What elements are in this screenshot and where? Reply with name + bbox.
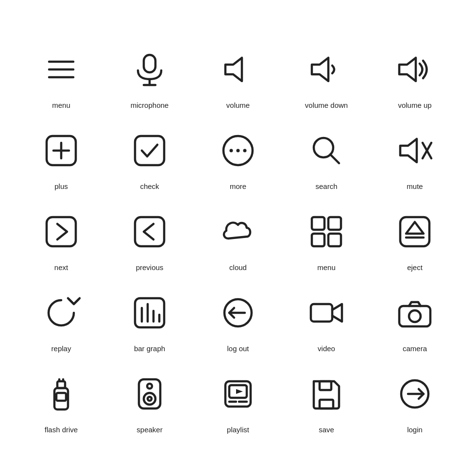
- save-cell: save: [285, 367, 368, 434]
- svg-rect-25: [328, 217, 341, 230]
- playlist-cell: playlist: [196, 367, 280, 434]
- flash-drive-label: flash drive: [45, 425, 78, 434]
- svg-marker-6: [225, 58, 242, 81]
- svg-point-47: [144, 393, 155, 405]
- mute-label: mute: [407, 182, 423, 190]
- log-out-cell: log out: [196, 286, 280, 353]
- svg-rect-12: [135, 136, 164, 165]
- mute-cell: mute: [373, 124, 457, 190]
- plus-label: plus: [54, 182, 68, 190]
- plus-cell: plus: [19, 124, 103, 190]
- log-out-label: log out: [227, 344, 249, 353]
- flash-drive-icon: [34, 367, 88, 421]
- volume-icon: [211, 43, 265, 96]
- search-icon: [300, 124, 353, 177]
- cloud-label: cloud: [229, 263, 247, 272]
- volume-cell: volume: [196, 43, 280, 109]
- grid-menu-icon: [300, 205, 353, 258]
- flash-drive-cell: flash drive: [19, 367, 103, 434]
- next-icon: [34, 205, 88, 258]
- next-cell: next: [19, 205, 103, 272]
- video-label: video: [318, 344, 335, 353]
- svg-rect-55: [320, 400, 333, 408]
- volume-down-icon: [300, 43, 353, 96]
- svg-rect-23: [135, 217, 164, 246]
- camera-label: camera: [403, 344, 427, 353]
- eject-cell: eject: [373, 205, 457, 272]
- replay-label: replay: [51, 344, 71, 353]
- previous-cell: previous: [108, 205, 191, 272]
- playlist-icon: [211, 367, 265, 421]
- svg-rect-42: [56, 393, 66, 401]
- svg-rect-31: [135, 298, 164, 327]
- microphone-cell: microphone: [108, 43, 191, 109]
- svg-point-16: [243, 149, 247, 152]
- save-icon: [300, 367, 353, 421]
- save-label: save: [319, 425, 334, 434]
- svg-line-18: [330, 154, 339, 163]
- replay-icon: [34, 286, 88, 340]
- log-out-icon: [211, 286, 265, 340]
- replay-cell: replay: [19, 286, 103, 353]
- svg-point-15: [237, 149, 240, 152]
- login-icon: [388, 367, 442, 421]
- svg-rect-56: [320, 381, 331, 390]
- menu-icon: [34, 43, 88, 96]
- speaker-label: speaker: [136, 425, 162, 434]
- previous-icon: [123, 205, 176, 258]
- volume-up-label: volume up: [398, 101, 431, 109]
- eject-label: eject: [407, 263, 423, 272]
- more-icon: [211, 124, 265, 177]
- search-label: search: [315, 182, 337, 190]
- svg-point-14: [230, 149, 233, 152]
- svg-marker-29: [406, 222, 424, 234]
- svg-point-40: [409, 310, 421, 322]
- mute-icon: [388, 124, 442, 177]
- bar-graph-cell: bar graph: [108, 286, 191, 353]
- svg-marker-8: [399, 58, 416, 81]
- speaker-icon: [123, 367, 176, 421]
- volume-up-cell: volume up: [373, 43, 457, 109]
- check-icon: [123, 124, 176, 177]
- icon-grid: menu microphone volume: [0, 23, 476, 453]
- cloud-icon: [211, 205, 265, 258]
- microphone-label: microphone: [131, 101, 169, 109]
- playlist-label: playlist: [227, 425, 249, 434]
- camera-cell: camera: [373, 286, 457, 353]
- next-label: next: [54, 263, 68, 272]
- video-icon: [300, 286, 353, 340]
- svg-rect-22: [47, 217, 76, 246]
- svg-rect-24: [312, 217, 324, 230]
- volume-label: volume: [226, 101, 250, 109]
- grid-menu-label: menu: [317, 263, 336, 272]
- svg-rect-39: [399, 306, 430, 326]
- speaker-cell: speaker: [108, 367, 191, 434]
- video-cell: video: [285, 286, 368, 353]
- svg-point-49: [147, 384, 152, 389]
- check-cell: check: [108, 124, 191, 190]
- menu-label: menu: [52, 101, 70, 109]
- more-cell: more: [196, 124, 280, 190]
- svg-rect-43: [57, 381, 65, 388]
- svg-marker-7: [312, 58, 328, 81]
- login-label: login: [407, 425, 423, 434]
- svg-marker-52: [236, 389, 243, 394]
- svg-rect-26: [312, 234, 324, 246]
- volume-up-icon: [388, 43, 442, 96]
- microphone-icon: [123, 43, 176, 96]
- cloud-cell: cloud: [196, 205, 280, 272]
- bar-graph-icon: [123, 286, 176, 340]
- grid-menu-cell: menu: [285, 205, 368, 272]
- previous-label: previous: [136, 263, 164, 272]
- svg-marker-19: [400, 139, 417, 162]
- svg-rect-3: [144, 55, 155, 72]
- svg-point-48: [148, 397, 152, 401]
- volume-down-label: volume down: [305, 101, 348, 109]
- svg-rect-38: [311, 304, 332, 322]
- search-cell: search: [285, 124, 368, 190]
- check-label: check: [140, 182, 159, 190]
- menu-cell: menu: [19, 43, 103, 109]
- camera-icon: [388, 286, 442, 340]
- eject-icon: [388, 205, 442, 258]
- bar-graph-label: bar graph: [134, 344, 165, 353]
